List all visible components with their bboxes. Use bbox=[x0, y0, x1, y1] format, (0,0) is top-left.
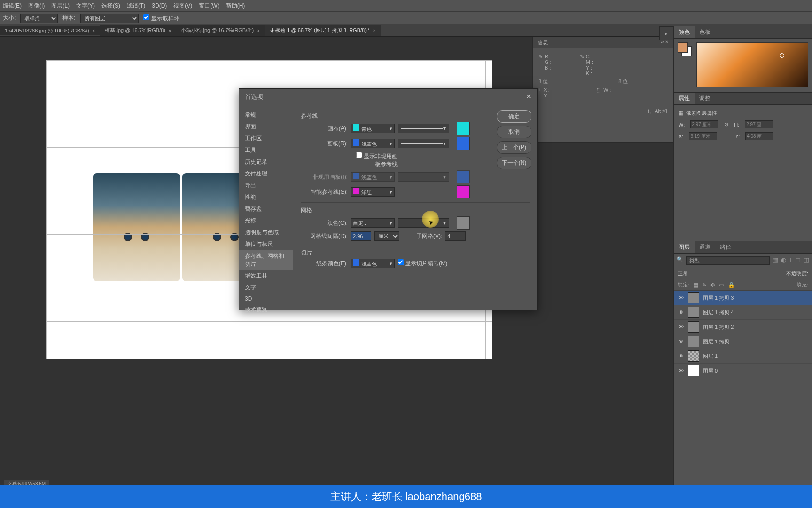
close-icon[interactable]: × bbox=[168, 28, 171, 33]
x-input[interactable] bbox=[689, 132, 717, 140]
menubar[interactable]: 编辑(E) 图像(I) 图层(L) 文字(Y) 选择(S) 滤镜(T) 3D(D… bbox=[0, 0, 812, 11]
blend-mode-select[interactable]: 正常 bbox=[678, 270, 688, 277]
artboard-guide-swatch[interactable] bbox=[457, 137, 470, 150]
layer-row[interactable]: 👁图层 1 拷贝 4 bbox=[674, 305, 812, 320]
y-input[interactable] bbox=[745, 132, 773, 140]
lock-position-icon[interactable]: ✥ bbox=[710, 282, 715, 288]
subdivisions-input[interactable] bbox=[445, 231, 466, 241]
next-button[interactable]: 下一个(N) bbox=[497, 157, 531, 169]
menu-edit[interactable]: 编辑(E) bbox=[3, 2, 22, 10]
lock-pixels-icon[interactable]: ▦ bbox=[693, 282, 698, 288]
filter-smart-icon[interactable]: ◫ bbox=[804, 256, 809, 265]
link-icon[interactable]: ⊘ bbox=[724, 121, 728, 127]
gridline-every-input[interactable] bbox=[351, 231, 371, 241]
canvas-guide-style-select[interactable]: ▾ bbox=[398, 124, 449, 133]
grid-color-select[interactable]: 自定...▾ bbox=[351, 218, 395, 228]
tab-paths[interactable]: 路径 bbox=[715, 241, 736, 253]
tab-layers[interactable]: 图层 bbox=[674, 241, 695, 253]
slice-color-select[interactable]: 浅蓝色▾ bbox=[351, 259, 395, 268]
prefs-sidebar-item[interactable]: 透明度与色域 bbox=[239, 227, 293, 238]
canvas-guide-swatch[interactable] bbox=[457, 122, 470, 135]
prefs-sidebar-item[interactable]: 工作区 bbox=[239, 133, 293, 144]
artboard-guide-style-select[interactable]: ▾ bbox=[398, 139, 449, 148]
panel-dock-icon[interactable]: ▸ bbox=[659, 26, 673, 40]
layer-row[interactable]: 👁图层 0 bbox=[674, 364, 812, 378]
prefs-sidebar-item[interactable]: 导出 bbox=[239, 180, 293, 191]
prefs-sidebar-item[interactable]: 光标 bbox=[239, 215, 293, 227]
filter-type-icon[interactable]: T bbox=[789, 256, 793, 265]
menu-image[interactable]: 图像(I) bbox=[28, 2, 45, 10]
tab-doc-3[interactable]: 小猫小狗.jpg @ 16.7%(RGB/8*)× bbox=[176, 25, 264, 36]
menu-view[interactable]: 视图(V) bbox=[173, 2, 192, 10]
menu-filter[interactable]: 滤镜(T) bbox=[127, 2, 145, 10]
smart-guide-color-select[interactable]: 洋红▾ bbox=[351, 187, 395, 197]
artboard-guide-color-select[interactable]: 浅蓝色▾ bbox=[351, 139, 395, 148]
visibility-icon[interactable]: 👁 bbox=[678, 368, 684, 373]
prefs-sidebar-item[interactable]: 文字 bbox=[239, 282, 293, 294]
prefs-sidebar-item[interactable]: 3D bbox=[239, 294, 293, 304]
tab-swatches[interactable]: 色板 bbox=[695, 26, 715, 38]
prefs-sidebar-item[interactable]: 参考线、网格和切片 bbox=[239, 250, 293, 270]
close-icon[interactable]: ✕ bbox=[526, 93, 531, 101]
visibility-icon[interactable]: 👁 bbox=[678, 310, 684, 315]
gridline-unit-select[interactable]: 厘米 bbox=[374, 231, 399, 241]
visibility-icon[interactable]: 👁 bbox=[678, 324, 684, 330]
lock-brush-icon[interactable]: ✎ bbox=[702, 282, 707, 288]
height-input[interactable] bbox=[745, 120, 773, 128]
show-ring-checkbox[interactable]: 显示取样环 bbox=[143, 14, 180, 23]
grid-color-swatch[interactable] bbox=[457, 216, 470, 230]
cancel-button[interactable]: 取消 bbox=[497, 126, 531, 138]
smart-guide-swatch[interactable] bbox=[457, 185, 470, 198]
prefs-sidebar-item[interactable]: 工具 bbox=[239, 144, 293, 156]
filter-adjust-icon[interactable]: ◐ bbox=[781, 256, 786, 265]
menu-type[interactable]: 文字(Y) bbox=[76, 2, 95, 10]
layer-filter-input[interactable] bbox=[686, 256, 770, 265]
close-icon[interactable]: × bbox=[257, 28, 259, 33]
ok-button[interactable]: 确定 bbox=[497, 110, 531, 123]
layer-row[interactable]: 👁图层 1 拷贝 2 bbox=[674, 320, 812, 334]
visibility-icon[interactable]: 👁 bbox=[678, 295, 684, 301]
sample-select[interactable]: 所有图层 bbox=[80, 14, 139, 23]
menu-layer[interactable]: 图层(L) bbox=[51, 2, 70, 10]
lock-artboard-icon[interactable]: ▭ bbox=[719, 282, 724, 288]
tab-doc-1[interactable]: 1b42051f8286.jpg @ 100%(RGB/8#)× bbox=[0, 26, 100, 35]
tab-adjustments[interactable]: 调整 bbox=[695, 93, 715, 104]
close-icon[interactable]: × bbox=[92, 28, 95, 33]
prev-button[interactable]: 上一个(P) bbox=[497, 141, 531, 154]
prefs-sidebar-item[interactable]: 文件处理 bbox=[239, 168, 293, 180]
layer-row[interactable]: 👁图层 1 拷贝 bbox=[674, 334, 812, 349]
prefs-sidebar-item[interactable]: 性能 bbox=[239, 191, 293, 203]
color-picker-gradient[interactable] bbox=[696, 42, 808, 87]
lock-all-icon[interactable]: 🔒 bbox=[728, 282, 735, 288]
fg-color-swatch[interactable] bbox=[678, 42, 688, 53]
canvas-guide-color-select[interactable]: 青色▾ bbox=[351, 124, 395, 133]
tab-doc-2[interactable]: 柯基.jpg @ 16.7%(RGB/8)× bbox=[100, 25, 176, 36]
prefs-sidebar-item[interactable]: 历史记录 bbox=[239, 156, 293, 168]
prefs-sidebar-item[interactable]: 单位与标尺 bbox=[239, 238, 293, 250]
prefs-sidebar-item[interactable]: 常规 bbox=[239, 109, 293, 121]
prefs-sidebar-item[interactable]: 暂存盘 bbox=[239, 203, 293, 215]
tab-properties[interactable]: 属性 bbox=[674, 93, 695, 104]
tab-channels[interactable]: 通道 bbox=[695, 241, 715, 253]
size-select[interactable]: 取样点 bbox=[20, 14, 58, 23]
show-slice-number-checkbox[interactable]: 显示切片编号(M) bbox=[398, 259, 447, 268]
tab-doc-4[interactable]: 未标题-1 @ 66.7% (图层 1 拷贝 3, RGB/8) *× bbox=[265, 25, 381, 36]
width-input[interactable] bbox=[690, 120, 718, 128]
visibility-icon[interactable]: 👁 bbox=[678, 353, 684, 359]
layer-row[interactable]: 👁图层 1 bbox=[674, 349, 812, 364]
menu-help[interactable]: 帮助(H) bbox=[226, 2, 245, 10]
filter-image-icon[interactable]: ▦ bbox=[773, 256, 778, 265]
layer-row[interactable]: 👁图层 1 拷贝 3 bbox=[674, 291, 812, 305]
visibility-icon[interactable]: 👁 bbox=[678, 339, 684, 344]
prefs-sidebar-item[interactable]: 界面 bbox=[239, 121, 293, 133]
show-inactive-checkbox[interactable]: 显示非现用画板参考线 bbox=[351, 152, 398, 168]
tab-color[interactable]: 颜色 bbox=[674, 26, 695, 38]
filter-shape-icon[interactable]: ◻ bbox=[796, 256, 801, 265]
grid-style-select[interactable]: ▾ bbox=[398, 218, 449, 228]
menu-window[interactable]: 窗口(W) bbox=[199, 2, 219, 10]
menu-3d[interactable]: 3D(D) bbox=[152, 2, 167, 9]
prefs-sidebar-item[interactable]: 技术预览 bbox=[239, 304, 293, 316]
close-icon[interactable]: × bbox=[373, 28, 375, 33]
menu-select[interactable]: 选择(S) bbox=[102, 2, 120, 10]
prefs-sidebar-item[interactable]: 增效工具 bbox=[239, 270, 293, 282]
